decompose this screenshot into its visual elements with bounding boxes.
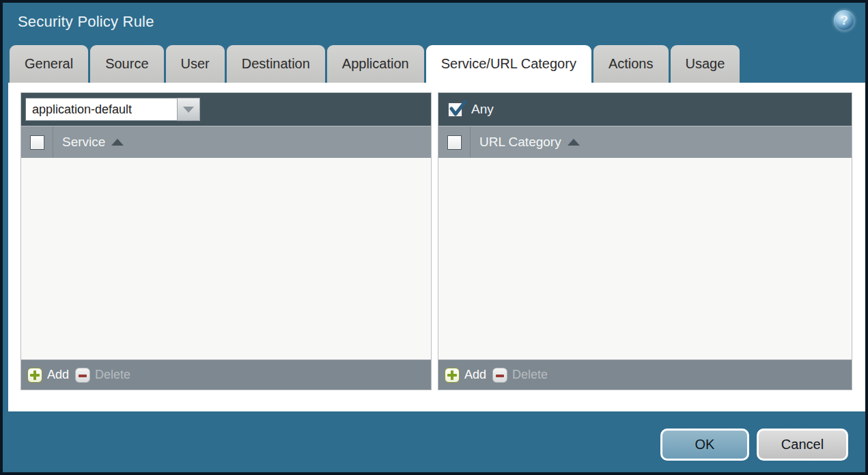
service-type-dropdown[interactable]: application-default — [25, 98, 200, 121]
url-category-column-label[interactable]: URL Category — [479, 135, 561, 150]
service-column-header: Service — [21, 126, 431, 158]
tab-general-label: General — [25, 56, 73, 72]
tab-user-label: User — [181, 56, 210, 72]
service-delete-label: Delete — [95, 368, 130, 382]
tab-source[interactable]: Source — [90, 45, 163, 83]
service-add-label: Add — [47, 368, 69, 382]
checkmark-icon — [449, 99, 469, 120]
url-category-list[interactable] — [438, 158, 852, 359]
service-select-all-cell — [21, 126, 53, 158]
tab-bar: General Source User Destination Applicat… — [10, 45, 858, 83]
add-plus-icon — [27, 368, 42, 383]
tab-destination-label: Destination — [242, 56, 310, 72]
tab-application-label: Application — [342, 56, 409, 72]
dialog-title: Security Policy Rule — [18, 13, 154, 31]
tab-usage[interactable]: Usage — [671, 45, 740, 83]
service-panel-footer: Add Delete — [21, 359, 431, 390]
delete-minus-icon — [492, 368, 507, 383]
url-category-delete-label: Delete — [512, 368, 548, 382]
sort-ascending-icon — [111, 139, 124, 146]
url-category-panel-footer: Add Delete — [438, 359, 852, 390]
help-icon[interactable]: ? — [834, 10, 854, 31]
url-category-add-label: Add — [464, 368, 486, 382]
tab-actions-label: Actions — [608, 56, 654, 72]
service-panel-header: application-default — [21, 93, 431, 126]
any-row: Any — [448, 102, 494, 117]
sort-ascending-icon — [568, 139, 580, 146]
add-plus-icon — [445, 368, 460, 383]
tab-service-url-category-label: Service/URL Category — [441, 56, 576, 72]
url-category-select-all-cell — [438, 126, 471, 158]
tab-actions[interactable]: Actions — [593, 45, 669, 83]
tab-user[interactable]: User — [166, 45, 225, 83]
delete-minus-icon — [75, 368, 90, 383]
service-delete-button[interactable]: Delete — [75, 368, 130, 383]
security-policy-rule-dialog: Security Policy Rule ? General Source Us… — [0, 0, 868, 475]
url-category-delete-button[interactable]: Delete — [492, 368, 548, 383]
title-bar: Security Policy Rule ? — [3, 3, 865, 45]
any-label: Any — [471, 102, 494, 117]
service-type-dropdown-button[interactable] — [177, 98, 200, 121]
service-add-button[interactable]: Add — [27, 368, 69, 383]
tab-service-url-category[interactable]: Service/URL Category — [426, 45, 591, 83]
url-category-panel-header: Any — [438, 93, 852, 126]
any-checkbox[interactable] — [448, 103, 462, 117]
url-category-select-all-checkbox[interactable] — [447, 135, 462, 150]
tab-source-label: Source — [105, 56, 148, 72]
tab-usage-label: Usage — [686, 56, 725, 72]
url-category-column-header: URL Category — [438, 126, 852, 158]
url-category-panel: Any URL Category Add Delete — [438, 92, 852, 390]
url-category-add-button[interactable]: Add — [445, 368, 486, 383]
tab-destination[interactable]: Destination — [227, 45, 325, 83]
tab-general[interactable]: General — [10, 45, 88, 83]
service-list[interactable] — [21, 158, 431, 359]
service-select-all-checkbox[interactable] — [30, 135, 44, 150]
help-icon-glyph: ? — [840, 13, 848, 28]
tab-application[interactable]: Application — [327, 45, 424, 83]
service-url-category-tab-content: application-default Service Add — [8, 83, 865, 411]
service-type-dropdown-value[interactable]: application-default — [25, 98, 177, 121]
chevron-down-icon — [183, 107, 194, 113]
cancel-button[interactable]: Cancel — [757, 429, 848, 461]
ok-button[interactable]: OK — [660, 429, 749, 461]
service-panel: application-default Service Add — [20, 92, 432, 390]
service-column-label[interactable]: Service — [62, 135, 105, 150]
